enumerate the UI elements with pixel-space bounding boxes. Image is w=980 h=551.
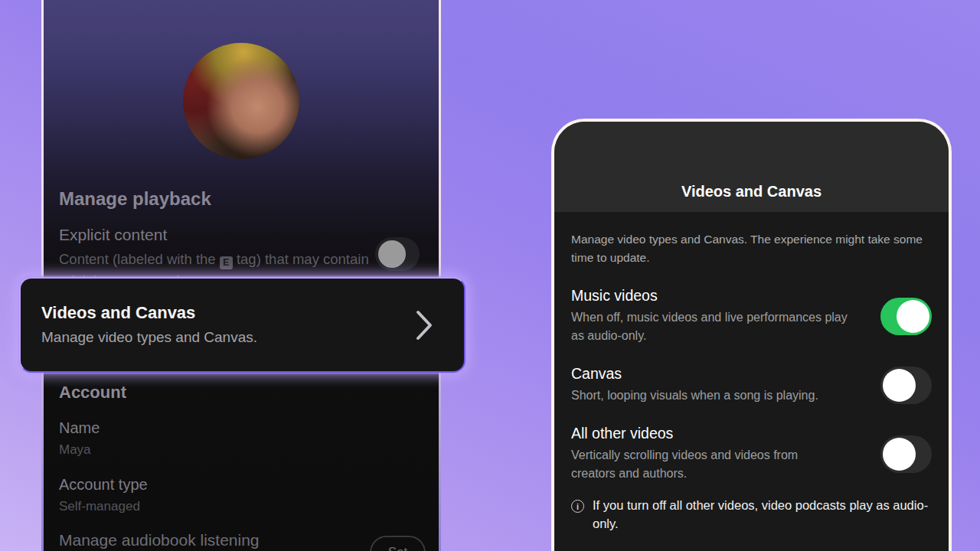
name-value: Maya <box>59 442 91 458</box>
toggle-knob <box>378 240 406 268</box>
canvas-toggle[interactable] <box>880 367 932 404</box>
music-videos-description: When off, music videos and live performa… <box>571 308 856 345</box>
toggle-knob <box>883 438 916 471</box>
all-other-videos-label: All other videos <box>571 425 838 442</box>
card-title: Videos and Canvas <box>41 303 195 323</box>
stage: Manage playback Explicit content Content… <box>0 0 980 551</box>
toggle-knob <box>897 300 929 333</box>
setting-row-all-other-videos: All other videos Vertically scrolling vi… <box>571 425 932 483</box>
music-videos-label: Music videos <box>571 287 856 305</box>
explicit-content-label: Explicit content <box>59 226 167 244</box>
manage-playback-heading: Manage playback <box>59 188 211 210</box>
name-label: Name <box>59 419 100 437</box>
right-phone-body: Manage video types and Canvas. The exper… <box>554 230 949 533</box>
right-phone: Videos and Canvas Manage video types and… <box>551 119 952 551</box>
manage-audiobook-label: Manage audiobook listening <box>59 531 260 549</box>
toggle-knob <box>883 369 916 402</box>
explicit-content-toggle[interactable] <box>375 237 420 271</box>
note-text: If you turn off all other videos, video … <box>593 496 932 533</box>
canvas-label: Canvas <box>571 365 818 383</box>
right-phone-header: Videos and Canvas <box>554 122 949 212</box>
all-other-videos-toggle[interactable] <box>880 435 932 473</box>
account-type-label: Account type <box>59 476 148 494</box>
note-row: i If you turn off all other videos, vide… <box>571 496 932 533</box>
page-description: Manage video types and Canvas. The exper… <box>571 230 940 267</box>
left-phone-screen: Manage playback Explicit content Content… <box>44 0 439 551</box>
canvas-description: Short, looping visuals when a song is pl… <box>571 386 818 405</box>
videos-and-canvas-card[interactable]: Videos and Canvas Manage video types and… <box>19 277 466 373</box>
chevron-right-icon <box>415 309 433 341</box>
info-icon: i <box>571 500 584 513</box>
music-videos-toggle[interactable] <box>880 298 932 335</box>
account-section-heading: Account <box>59 383 126 403</box>
card-subtitle: Manage video types and Canvas. <box>41 329 257 346</box>
profile-avatar[interactable] <box>183 43 299 159</box>
setting-row-canvas: Canvas Short, looping visuals when a son… <box>571 365 932 405</box>
explicit-desc-part1: Content (labeled with the <box>59 251 220 267</box>
page-title: Videos and Canvas <box>681 183 822 201</box>
explicit-tag-icon: E <box>220 256 233 269</box>
set-button[interactable]: Set <box>370 536 426 551</box>
setting-row-music-videos: Music videos When off, music videos and … <box>571 287 932 345</box>
account-type-value: Self-managed <box>59 499 140 514</box>
all-other-videos-description: Vertically scrolling videos and videos f… <box>571 446 838 483</box>
